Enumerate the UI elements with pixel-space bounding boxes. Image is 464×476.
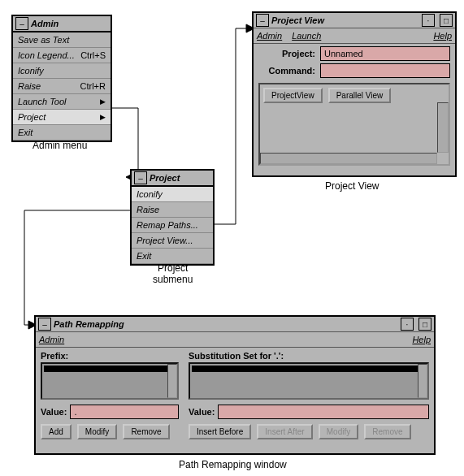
submenu-arrow-icon: ▶ [100,97,106,106]
project-submenu-header: – Project [132,171,213,187]
remove-button[interactable]: Remove [123,424,169,439]
vertical-scrollbar[interactable] [418,364,427,398]
project-field[interactable]: Unnamed [320,46,450,61]
prefix-panel: Prefix: Value: . Add Modify Remove [36,348,184,450]
tab-parallelview[interactable]: Parallel View [328,88,392,103]
menu-item-raise[interactable]: Raise [132,202,213,218]
project-label: Project: [258,49,320,58]
horizontal-scrollbar[interactable] [260,153,437,164]
value-label: Value: [41,407,67,417]
maximize-icon[interactable]: □ [440,14,453,27]
project-view-titlebar: – Project View · □ [254,13,455,28]
minimize-icon[interactable]: · [422,14,435,27]
substitution-list[interactable] [189,362,429,400]
value-label: Value: [189,407,215,417]
admin-menu-header: – Admin [13,16,111,32]
minimize-icon[interactable]: · [401,318,414,331]
project-submenu: – Project Iconify Raise Remap Paths... P… [130,169,215,266]
path-remapping-menubar: Admin Help [36,332,434,348]
admin-menu: – Admin Save as Text Icon Legend...Ctrl+… [11,15,112,142]
insert-before-button[interactable]: Insert Before [189,424,251,439]
menu-launch[interactable]: Launch [292,31,321,41]
path-remapping-window: – Path Remapping · □ Admin Help Prefix: … [34,315,436,455]
project-view-window: – Project View · □ Admin Launch Help Pro… [252,11,457,177]
vertical-scrollbar[interactable] [167,364,177,398]
project-view-title: Project View [271,15,324,25]
project-submenu-title: Project [150,173,180,183]
insert-after-button[interactable]: Insert After [257,424,312,439]
path-remapping-titlebar: – Path Remapping · □ [36,317,434,332]
menu-help[interactable]: Help [433,31,452,41]
menu-item-raise[interactable]: RaiseCtrl+R [13,79,111,94]
menu-admin[interactable]: Admin [257,31,282,41]
menu-item-iconify[interactable]: Iconify [13,63,111,79]
list-item[interactable] [192,366,426,372]
tab-projectview[interactable]: ProjectView [263,88,323,103]
prefix-value-field[interactable]: . [70,405,179,419]
menu-item-remap-paths[interactable]: Remap Paths... [132,218,213,233]
submenu-arrow-icon: ▶ [100,113,106,121]
path-remapping-caption: Path Remapping window [179,459,287,470]
menu-item-launch-tool[interactable]: Launch Tool▶ [13,94,111,110]
menu-item-exit[interactable]: Exit [13,125,111,141]
menu-item-project[interactable]: Project▶ [13,110,111,125]
list-item[interactable] [44,366,176,372]
menu-item-icon-legend[interactable]: Icon Legend...Ctrl+S [13,48,111,63]
substitution-value-field[interactable] [218,405,429,419]
prefix-list[interactable] [41,362,179,400]
menu-item-save-as-text[interactable]: Save as Text [13,32,111,48]
substitution-panel: Substitution Set for '.': Value: Insert … [184,348,434,450]
project-view-menubar: Admin Launch Help [254,28,455,44]
modify-button[interactable]: Modify [319,424,358,439]
menu-admin[interactable]: Admin [39,335,64,344]
prefix-header: Prefix: [41,351,179,361]
admin-menu-title: Admin [31,19,59,28]
command-field[interactable] [320,63,450,78]
remove-button[interactable]: Remove [364,424,410,439]
substitution-header: Substitution Set for '.': [189,351,429,361]
menu-item-iconify[interactable]: Iconify [132,187,213,202]
project-view-tabpanel: ProjectView Parallel View [258,83,450,166]
menu-icon: – [134,171,147,184]
menu-item-project-view[interactable]: Project View... [132,233,213,249]
command-label: Command: [258,66,320,76]
project-submenu-caption: Project submenu [153,262,193,285]
modify-button[interactable]: Modify [77,424,117,439]
window-menu-icon[interactable]: – [38,318,51,331]
menu-help[interactable]: Help [412,335,431,344]
vertical-scrollbar[interactable] [437,102,449,153]
path-remapping-title: Path Remapping [54,319,124,329]
add-button[interactable]: Add [41,424,72,439]
maximize-icon[interactable]: □ [418,318,431,331]
project-view-caption: Project View [325,180,379,192]
menu-icon: – [15,17,28,30]
window-menu-icon[interactable]: – [256,14,269,27]
admin-menu-caption: Admin menu [33,140,87,151]
